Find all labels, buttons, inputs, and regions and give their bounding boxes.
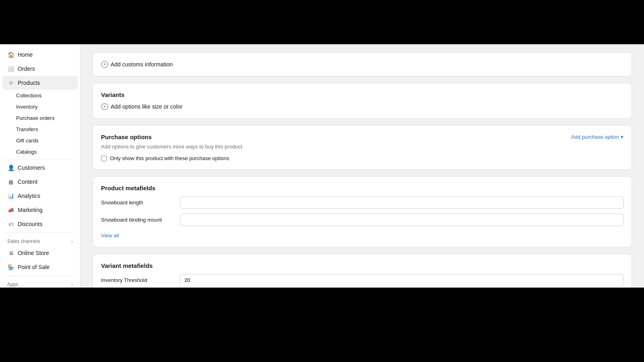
sidebar-item-orders[interactable]: ⬜ Orders bbox=[2, 62, 78, 76]
sidebar-item-products[interactable]: ○ Products bbox=[2, 76, 78, 90]
apps-section: Apps › bbox=[0, 278, 80, 288]
sidebar-item-point-of-sale[interactable]: 🏪 Point of Sale bbox=[2, 260, 78, 274]
add-variants-link[interactable]: + Add options like size or color bbox=[101, 103, 623, 110]
plus-circle-icon: + bbox=[101, 61, 108, 68]
snowboard-binding-row: Snowboard binding mount bbox=[101, 214, 623, 226]
sales-channels-section: Sales channels › bbox=[0, 234, 80, 246]
inventory-threshold-row: Inventory Threshold bbox=[101, 274, 623, 286]
variants-card: Variants + Add options like size or colo… bbox=[93, 83, 632, 119]
marketing-label: Marketing bbox=[18, 207, 42, 213]
purchase-options-card: Purchase options Add purchase option ▾ A… bbox=[93, 125, 632, 170]
analytics-icon: 📊 bbox=[7, 192, 14, 200]
customers-label: Customers bbox=[18, 165, 45, 171]
variants-title: Variants bbox=[101, 91, 623, 98]
plus-circle-variants-icon: + bbox=[101, 103, 108, 110]
add-purchase-option-label: Add purchase option bbox=[571, 134, 619, 140]
online-store-icon: 🖥 bbox=[7, 249, 14, 257]
product-metafields-view-all[interactable]: View all bbox=[101, 232, 119, 239]
sidebar-sub-item-transfers[interactable]: Transfers bbox=[2, 124, 78, 135]
products-icon: ○ bbox=[7, 79, 14, 86]
snowboard-length-input[interactable] bbox=[180, 196, 623, 209]
purchase-option-chevron-icon: ▾ bbox=[621, 134, 623, 140]
sidebar-sub-item-collections[interactable]: Collections bbox=[2, 90, 78, 101]
sidebar-item-discounts[interactable]: 🏷 Discounts bbox=[2, 217, 78, 231]
apps-chevron[interactable]: › bbox=[71, 282, 73, 287]
add-customs-link[interactable]: + Add customs information bbox=[101, 61, 623, 68]
content-icon: ▦ bbox=[7, 178, 14, 185]
main-content: + Add customs information Variants + Add… bbox=[80, 44, 644, 288]
inventory-threshold-input[interactable] bbox=[180, 274, 623, 286]
sidebar-label-home: Home bbox=[18, 51, 33, 58]
add-purchase-option-button[interactable]: Add purchase option ▾ bbox=[571, 134, 623, 140]
sidebar-label-products: Products bbox=[18, 80, 40, 86]
purchase-options-checkbox-label[interactable]: Only show this product with these purcha… bbox=[110, 155, 229, 161]
gift-cards-label: Gift cards bbox=[16, 138, 39, 144]
analytics-label: Analytics bbox=[18, 193, 40, 199]
top-bar bbox=[0, 0, 644, 44]
home-icon: 🏠 bbox=[7, 51, 14, 58]
customs-card: + Add customs information bbox=[93, 52, 632, 76]
marketing-icon: 📣 bbox=[7, 206, 14, 214]
sidebar: 🏠 Home ⬜ Orders ○ Products Collections I… bbox=[0, 44, 80, 288]
sales-channels-label: Sales channels bbox=[7, 239, 40, 244]
sidebar-sub-item-catalogs[interactable]: Catalogs bbox=[2, 146, 78, 157]
sidebar-sub-item-purchase-orders[interactable]: Purchase orders bbox=[2, 113, 78, 123]
variant-metafields-card: Variant metafields Inventory Threshold V… bbox=[93, 254, 632, 288]
purchase-options-checkbox[interactable] bbox=[101, 156, 107, 161]
purchase-options-description: Add options to give customers more ways … bbox=[101, 144, 623, 150]
discounts-icon: 🏷 bbox=[7, 220, 14, 228]
catalogs-label: Catalogs bbox=[16, 149, 37, 155]
inventory-threshold-label: Inventory Threshold bbox=[101, 277, 173, 283]
product-metafields-title: Product metafields bbox=[101, 185, 623, 191]
point-of-sale-icon: 🏪 bbox=[7, 263, 14, 271]
transfers-label: Transfers bbox=[16, 126, 38, 132]
product-metafields-card: Product metafields Snowboard length Snow… bbox=[93, 176, 632, 247]
sidebar-item-marketing[interactable]: 📣 Marketing bbox=[2, 203, 78, 217]
sidebar-item-online-store[interactable]: 🖥 Online Store bbox=[2, 246, 78, 260]
content-label: Content bbox=[18, 179, 37, 185]
sidebar-item-customers[interactable]: 👤 Customers bbox=[2, 161, 78, 175]
purchase-orders-label: Purchase orders bbox=[16, 115, 54, 121]
customers-icon: 👤 bbox=[7, 164, 14, 171]
sales-channels-chevron[interactable]: › bbox=[71, 239, 73, 244]
point-of-sale-label: Point of Sale bbox=[18, 264, 50, 270]
snowboard-length-row: Snowboard length bbox=[101, 196, 623, 209]
snowboard-binding-label: Snowboard binding mount bbox=[101, 217, 173, 223]
sidebar-sub-item-gift-cards[interactable]: Gift cards bbox=[2, 135, 78, 146]
orders-icon: ⬜ bbox=[7, 65, 14, 72]
sidebar-item-content[interactable]: ▦ Content bbox=[2, 175, 78, 189]
purchase-options-title: Purchase options bbox=[101, 134, 152, 140]
bottom-bar bbox=[0, 288, 644, 362]
add-variants-label: Add options like size or color bbox=[111, 103, 182, 110]
variant-metafields-title: Variant metafields bbox=[101, 262, 623, 269]
apps-label: Apps bbox=[7, 282, 18, 287]
snowboard-length-label: Snowboard length bbox=[101, 200, 173, 206]
sidebar-item-analytics[interactable]: 📊 Analytics bbox=[2, 189, 78, 203]
add-customs-label: Add customs information bbox=[111, 61, 173, 68]
sidebar-label-orders: Orders bbox=[18, 66, 35, 72]
inventory-label: Inventory bbox=[16, 104, 37, 110]
online-store-label: Online Store bbox=[18, 250, 49, 256]
snowboard-binding-input[interactable] bbox=[180, 214, 623, 226]
sidebar-sub-item-inventory[interactable]: Inventory bbox=[2, 101, 78, 112]
discounts-label: Discounts bbox=[18, 221, 42, 227]
sidebar-item-home[interactable]: 🏠 Home bbox=[2, 48, 78, 62]
collections-label: Collections bbox=[16, 93, 42, 99]
